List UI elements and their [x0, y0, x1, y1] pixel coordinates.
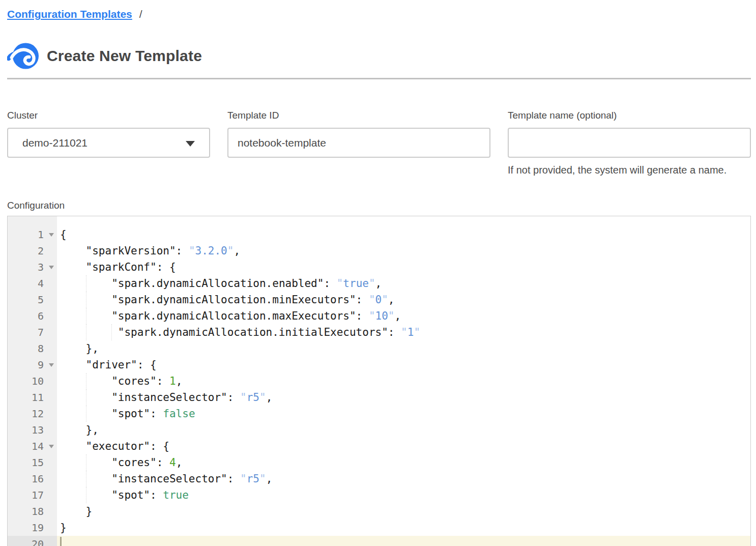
editor-line[interactable]: {: [57, 226, 750, 243]
cluster-field: Cluster demo-211021: [7, 110, 210, 176]
editor-line[interactable]: "spark.dynamicAllocation.maxExecutors": …: [57, 308, 750, 324]
template-id-input[interactable]: [227, 128, 490, 158]
editor-line[interactable]: "spark.dynamicAllocation.enabled": "true…: [57, 275, 750, 292]
line-number: 1: [8, 226, 57, 243]
cluster-label: Cluster: [7, 110, 210, 121]
page: Configuration Templates / Create New Tem…: [0, 0, 756, 546]
editor-line[interactable]: "cores": 4,: [57, 454, 750, 471]
line-number: 19: [8, 520, 57, 536]
breadcrumb-separator: /: [139, 8, 142, 20]
editor-line[interactable]: }: [57, 520, 750, 536]
editor-line[interactable]: "instanceSelector": "r5",: [57, 471, 750, 487]
breadcrumb-link-configuration-templates[interactable]: Configuration Templates: [7, 8, 132, 20]
line-number: 13: [8, 422, 57, 438]
config-editor[interactable]: 1234567891011121314151617181920 { "spark…: [7, 216, 751, 546]
editor-line[interactable]: }: [57, 503, 750, 520]
line-number: 11: [8, 389, 57, 406]
fold-toggle-icon[interactable]: [49, 266, 54, 269]
indent-guide: [111, 324, 112, 340]
line-number: 2: [8, 243, 57, 259]
editor-line[interactable]: "spot": true: [57, 487, 750, 503]
page-header: Create New Template: [7, 42, 751, 70]
editor-line[interactable]: },: [57, 422, 750, 438]
line-number: 7: [8, 324, 57, 340]
breadcrumb: Configuration Templates /: [7, 7, 751, 21]
indent-guide: [86, 292, 86, 308]
line-number: 15: [8, 454, 57, 471]
line-number: 18: [8, 503, 57, 520]
fold-toggle-icon[interactable]: [49, 233, 54, 237]
template-name-label: Template name (optional): [508, 110, 751, 121]
template-id-field: Template ID: [227, 110, 490, 176]
cluster-select-value: demo-211021: [22, 137, 88, 149]
template-name-field: Template name (optional) If not provided…: [508, 110, 751, 176]
editor-line[interactable]: "instanceSelector": "r5",: [57, 389, 750, 406]
editor-gutter: 1234567891011121314151617181920: [8, 216, 57, 546]
line-number: 10: [8, 373, 57, 389]
line-number: 9: [8, 357, 57, 373]
line-number: 20: [8, 536, 57, 546]
template-form: Cluster demo-211021 Template ID Template…: [7, 110, 751, 176]
template-name-input[interactable]: [508, 128, 751, 158]
editor-line[interactable]: "spark.dynamicAllocation.initialExecutor…: [57, 324, 750, 340]
configuration-label: Configuration: [7, 200, 751, 211]
line-number: 4: [8, 275, 57, 292]
indent-guide: [86, 275, 86, 292]
header-divider: [7, 78, 751, 79]
fold-toggle-icon[interactable]: [49, 363, 54, 367]
editor-line[interactable]: "sparkConf": {: [57, 259, 750, 275]
line-number: 12: [8, 406, 57, 422]
editor-line[interactable]: "driver": {: [57, 357, 750, 373]
page-title: Create New Template: [47, 47, 202, 65]
indent-guide: [86, 324, 86, 340]
editor-line[interactable]: "spark.dynamicAllocation.minExecutors": …: [57, 292, 750, 308]
ocean-wave-logo-icon: [7, 42, 39, 70]
indent-guide: [86, 454, 86, 471]
editor-line[interactable]: "sparkVersion": "3.2.0",: [57, 243, 750, 259]
line-number: 3: [8, 259, 57, 275]
fold-toggle-icon[interactable]: [49, 445, 54, 448]
line-number: 6: [8, 308, 57, 324]
line-number: 16: [8, 471, 57, 487]
template-name-hint: If not provided, the system will generat…: [508, 164, 751, 176]
editor-code[interactable]: { "sparkVersion": "3.2.0", "sparkConf": …: [57, 216, 750, 546]
editor-line[interactable]: "cores": 1,: [57, 373, 750, 389]
line-number: 5: [8, 292, 57, 308]
indent-guide: [86, 487, 86, 503]
line-number: 14: [8, 438, 57, 454]
chevron-down-icon: [186, 141, 195, 147]
editor-line[interactable]: [57, 536, 750, 546]
indent-guide: [86, 389, 86, 406]
editor-line[interactable]: "executor": {: [57, 438, 750, 454]
cluster-select[interactable]: demo-211021: [7, 128, 210, 158]
indent-guide: [86, 406, 86, 422]
line-number: 8: [8, 340, 57, 357]
template-id-label: Template ID: [227, 110, 490, 121]
indent-guide: [86, 471, 86, 487]
line-number: 17: [8, 487, 57, 503]
editor-line[interactable]: "spot": false: [57, 406, 750, 422]
indent-guide: [86, 308, 86, 324]
text-cursor: [60, 537, 62, 546]
indent-guide: [86, 373, 86, 389]
editor-line[interactable]: },: [57, 340, 750, 357]
